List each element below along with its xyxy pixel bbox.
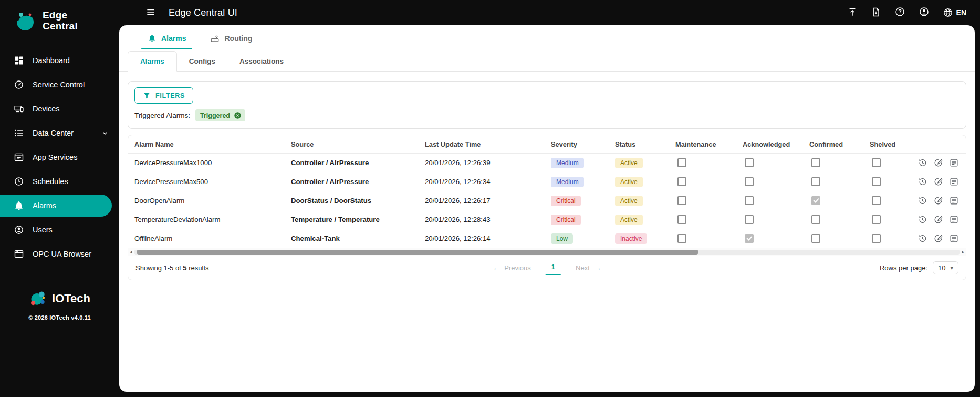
alarm-name: TemperatureDeviationAlarm xyxy=(134,216,220,223)
scroll-left-icon[interactable]: ◂ xyxy=(130,250,132,255)
subtab-configs[interactable]: Configs xyxy=(177,52,227,71)
alarm-edit-button[interactable] xyxy=(933,231,944,246)
filter-chip-label: Triggered xyxy=(200,112,230,119)
last-update-time: 20/01/2026, 12:26:34 xyxy=(425,178,491,186)
alarm-table-row: DoorOpenAlarm DoorStatus / DoorStatus 20… xyxy=(128,191,966,210)
sidebar-item-devices[interactable]: Devices xyxy=(0,98,119,120)
sidebar-item-label: Users xyxy=(33,226,53,234)
acknowledged-checkbox[interactable] xyxy=(745,196,754,205)
confirmed-checkbox[interactable] xyxy=(811,215,820,224)
scrollbar-thumb[interactable] xyxy=(137,250,698,255)
history-icon xyxy=(918,196,927,206)
confirmed-checkbox[interactable] xyxy=(811,234,820,243)
source-device: Chemical-Tank xyxy=(291,235,340,242)
previous-page-button[interactable]: ← Previous xyxy=(493,264,531,272)
alarm-history-button[interactable] xyxy=(917,156,929,170)
edit-icon xyxy=(933,177,943,187)
status-badge: Active xyxy=(615,215,643,225)
sidebar-item-dashboard[interactable]: Dashboard xyxy=(0,49,119,72)
row-actions xyxy=(911,175,966,189)
help-button[interactable] xyxy=(894,6,905,19)
alarm-edit-button[interactable] xyxy=(933,175,944,189)
routing-icon xyxy=(210,34,220,43)
help-icon xyxy=(894,6,905,17)
tab-routing[interactable]: Routing xyxy=(201,27,262,49)
maintenance-checkbox[interactable] xyxy=(677,234,686,243)
sidebar-item-users[interactable]: Users xyxy=(0,219,119,241)
triggered-filter-chip[interactable]: Triggered xyxy=(195,109,245,121)
alarm-details-button[interactable] xyxy=(948,231,960,246)
sidebar-item-service-control[interactable]: Service Control xyxy=(0,74,119,96)
sidebar-item-label: Alarms xyxy=(33,201,56,210)
column-header-confirmed: Confirmed xyxy=(803,140,863,148)
menu-button[interactable] xyxy=(145,7,156,19)
confirmed-checkbox[interactable] xyxy=(811,177,820,186)
release-notes-button[interactable] xyxy=(871,7,881,19)
results-summary: Showing 1-5 of 5 results xyxy=(135,264,209,272)
horizontal-scrollbar[interactable]: ◂ ▸ xyxy=(128,248,966,256)
alarm-name: OfflineAlarm xyxy=(134,235,172,242)
next-page-button[interactable]: Next → xyxy=(576,264,601,272)
status-badge: Active xyxy=(615,177,643,187)
last-update-time: 20/01/2026, 12:26:39 xyxy=(425,159,491,167)
alarm-details-button[interactable] xyxy=(948,194,960,208)
source-resource: Temperature xyxy=(338,216,380,223)
row-actions xyxy=(911,231,966,246)
shelved-checkbox[interactable] xyxy=(872,177,881,186)
shelved-checkbox[interactable] xyxy=(872,215,881,224)
alarm-edit-button[interactable] xyxy=(933,194,944,208)
subtab-associations[interactable]: Associations xyxy=(227,52,296,71)
account-button[interactable] xyxy=(919,6,930,19)
acknowledged-checkbox[interactable] xyxy=(745,215,754,224)
alarm-history-button[interactable] xyxy=(917,194,929,208)
severity-badge: Critical xyxy=(551,196,581,206)
language-selector[interactable]: EN xyxy=(943,7,966,18)
alarm-history-button[interactable] xyxy=(917,175,929,189)
alarm-source: Temperature / Temperature xyxy=(285,216,419,223)
tab-alarms[interactable]: Alarms xyxy=(138,27,195,49)
pagination: ← Previous 1 Next → xyxy=(493,261,601,275)
bell-icon xyxy=(148,34,157,43)
source-device: DoorStatus xyxy=(291,197,328,205)
edit-icon xyxy=(933,158,943,168)
scrollbar-track[interactable] xyxy=(134,250,961,255)
sidebar-item-data-center[interactable]: Data Center xyxy=(0,122,119,144)
shelved-checkbox[interactable] xyxy=(872,158,881,167)
chevron-down-icon[interactable] xyxy=(101,129,109,137)
acknowledged-checkbox[interactable] xyxy=(745,234,754,243)
maintenance-checkbox[interactable] xyxy=(677,158,686,167)
alarm-edit-button[interactable] xyxy=(933,156,944,170)
acknowledged-checkbox[interactable] xyxy=(745,177,754,186)
severity-badge: Medium xyxy=(551,158,584,168)
confirmed-checkbox[interactable] xyxy=(811,196,820,205)
alarm-details-button[interactable] xyxy=(948,175,960,189)
source-device: Controller xyxy=(291,178,324,186)
acknowledged-checkbox[interactable] xyxy=(745,158,754,167)
maintenance-checkbox[interactable] xyxy=(677,196,686,205)
alarm-history-button[interactable] xyxy=(917,212,929,227)
remove-filter-icon[interactable] xyxy=(234,111,242,119)
sidebar-item-opc-ua-browser[interactable]: OPC UA Browser xyxy=(0,243,119,265)
confirmed-checkbox[interactable] xyxy=(811,158,820,167)
alarm-history-button[interactable] xyxy=(917,231,929,246)
column-header-severity: Severity xyxy=(545,140,609,148)
sidebar-item-alarms[interactable]: Alarms xyxy=(0,195,112,217)
filters-button[interactable]: FILTERS xyxy=(134,87,193,104)
severity-badge: Low xyxy=(551,233,573,244)
alarm-details-button[interactable] xyxy=(948,212,960,227)
alarm-details-button[interactable] xyxy=(948,156,960,170)
alarm-edit-button[interactable] xyxy=(933,212,944,227)
shelved-checkbox[interactable] xyxy=(872,234,881,243)
alarm-source: Controller / AirPressure xyxy=(285,178,419,186)
subtab-alarms[interactable]: Alarms xyxy=(128,51,177,72)
maintenance-checkbox[interactable] xyxy=(677,215,686,224)
page-number-1[interactable]: 1 xyxy=(546,261,561,275)
upload-button[interactable] xyxy=(847,7,858,19)
table-header-row: Alarm Name Source Last Update Time Sever… xyxy=(128,135,966,153)
sidebar-item-app-services[interactable]: App Services xyxy=(0,146,119,168)
maintenance-checkbox[interactable] xyxy=(677,177,686,186)
sidebar-item-schedules[interactable]: Schedules xyxy=(0,170,119,192)
shelved-checkbox[interactable] xyxy=(872,196,881,205)
rows-per-page-select[interactable]: 10 ▾ xyxy=(933,261,958,274)
scroll-right-icon[interactable]: ▸ xyxy=(962,250,964,255)
